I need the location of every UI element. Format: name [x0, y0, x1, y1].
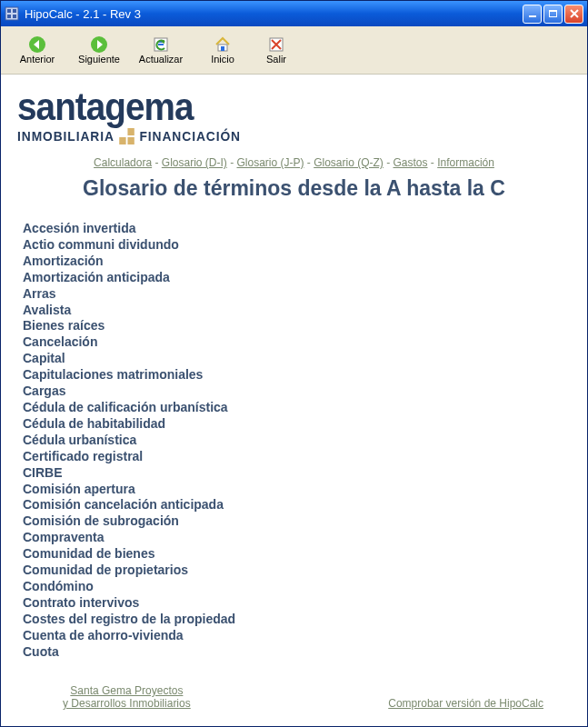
- brand-logo: santagema INMOBILIARIA FINANCIACIÓN: [17, 85, 571, 144]
- nav-link[interactable]: Información: [437, 156, 494, 169]
- term-item[interactable]: Contrato intervivos: [23, 595, 571, 612]
- toolbar: Anterior Siguiente Actualizar Inicio Sal…: [1, 26, 587, 75]
- reload-icon: [152, 35, 170, 54]
- back-icon: [28, 35, 46, 54]
- svg-rect-9: [221, 46, 224, 51]
- svg-rect-4: [13, 15, 16, 18]
- toolbar-label: Inicio: [211, 54, 234, 65]
- nav-link[interactable]: Glosario (D-I): [162, 156, 227, 169]
- content-area: santagema INMOBILIARIA FINANCIACIÓN Calc…: [1, 75, 587, 726]
- footer-right-label[interactable]: Comprobar versión de HipoCalc: [388, 697, 543, 710]
- term-item[interactable]: CIRBE: [23, 465, 571, 482]
- term-item[interactable]: Certificado registral: [23, 449, 571, 465]
- footer-left-line2[interactable]: y Desarrollos Inmobiliarios: [63, 697, 191, 710]
- svg-rect-3: [7, 15, 11, 18]
- term-item[interactable]: Costes del registro de la propiedad: [23, 612, 571, 628]
- term-item[interactable]: Cédula de habitabilidad: [23, 416, 571, 433]
- footer-right-link[interactable]: Comprobar versión de HipoCalc: [388, 697, 543, 710]
- brand-sub-left: INMOBILIARIA: [17, 128, 115, 144]
- nav-link[interactable]: Glosario (Q-Z): [314, 156, 384, 169]
- term-item[interactable]: Comisión de subrogación: [23, 513, 571, 530]
- toolbar-label: Actualizar: [139, 54, 183, 65]
- term-item[interactable]: Comisión apertura: [23, 482, 571, 498]
- nav-link[interactable]: Glosario (J-P): [236, 156, 304, 169]
- terms-list: Accesión invertidaActio communi dividund…: [23, 221, 571, 660]
- term-item[interactable]: Cargas: [23, 383, 571, 400]
- term-item[interactable]: Accesión invertida: [23, 221, 571, 237]
- forward-icon: [90, 35, 108, 54]
- term-item[interactable]: Avalista: [23, 303, 571, 319]
- forward-button[interactable]: Siguiente: [68, 35, 130, 65]
- home-icon: [214, 35, 232, 54]
- toolbar-label: Anterior: [20, 54, 55, 65]
- breadcrumb: Calculadora - Glosario (D-I) - Glosario …: [17, 156, 571, 169]
- back-button[interactable]: Anterior: [6, 35, 68, 65]
- brand-sub-right: FINANCIACIÓN: [139, 128, 240, 144]
- term-item[interactable]: Cédula urbanística: [23, 433, 571, 449]
- footer-left-line1[interactable]: Santa Gema Proyectos: [70, 684, 183, 697]
- term-item[interactable]: Actio communi dividundo: [23, 237, 571, 254]
- brand-squares-icon: [119, 128, 135, 144]
- term-item[interactable]: Condómino: [23, 579, 571, 595]
- term-item[interactable]: Capital: [23, 351, 571, 367]
- toolbar-label: Salir: [266, 54, 286, 65]
- term-item[interactable]: Compraventa: [23, 530, 571, 546]
- brand-subtitle: INMOBILIARIA FINANCIACIÓN: [17, 127, 526, 144]
- term-item[interactable]: Cancelación: [23, 334, 571, 351]
- term-item[interactable]: Arras: [23, 286, 571, 303]
- term-item[interactable]: Capitulaciones matrimoniales: [23, 367, 571, 383]
- nav-link[interactable]: Gastos: [394, 156, 428, 169]
- home-button[interactable]: Inicio: [192, 35, 254, 65]
- exit-button[interactable]: Salir: [254, 35, 299, 65]
- window-title: HipoCalc - 2.1 - Rev 3: [25, 7, 523, 21]
- svg-rect-1: [7, 9, 11, 13]
- term-item[interactable]: Cuota: [23, 644, 571, 661]
- maximize-button[interactable]: [543, 5, 563, 24]
- term-item[interactable]: Comunidad de bienes: [23, 546, 571, 563]
- footer-left-link[interactable]: Santa Gema Proyectos y Desarrollos Inmob…: [63, 684, 191, 710]
- exit-icon: [267, 35, 285, 54]
- titlebar: HipoCalc - 2.1 - Rev 3: [1, 1, 587, 26]
- brand-name: santagema: [17, 85, 526, 129]
- minimize-button[interactable]: [523, 5, 542, 24]
- page-title: Glosario de términos desde la A hasta la…: [17, 176, 571, 201]
- footer: Santa Gema Proyectos y Desarrollos Inmob…: [17, 675, 571, 715]
- term-item[interactable]: Cuenta de ahorro-vivienda: [23, 628, 571, 644]
- term-item[interactable]: Comunidad de propietarios: [23, 563, 571, 579]
- toolbar-label: Siguiente: [78, 54, 120, 65]
- nav-link[interactable]: Calculadora: [94, 156, 152, 169]
- term-item[interactable]: Comisión cancelación anticipada: [23, 497, 571, 513]
- reload-button[interactable]: Actualizar: [130, 35, 192, 65]
- term-item[interactable]: Amortización: [23, 254, 571, 270]
- close-button[interactable]: [564, 5, 583, 24]
- svg-rect-2: [13, 9, 16, 13]
- app-icon: [5, 6, 19, 21]
- app-window: HipoCalc - 2.1 - Rev 3 Anterior Siguient…: [0, 0, 588, 727]
- term-item[interactable]: Bienes raíces: [23, 318, 571, 334]
- term-item[interactable]: Amortización anticipada: [23, 270, 571, 286]
- term-item[interactable]: Cédula de calificación urbanística: [23, 400, 571, 416]
